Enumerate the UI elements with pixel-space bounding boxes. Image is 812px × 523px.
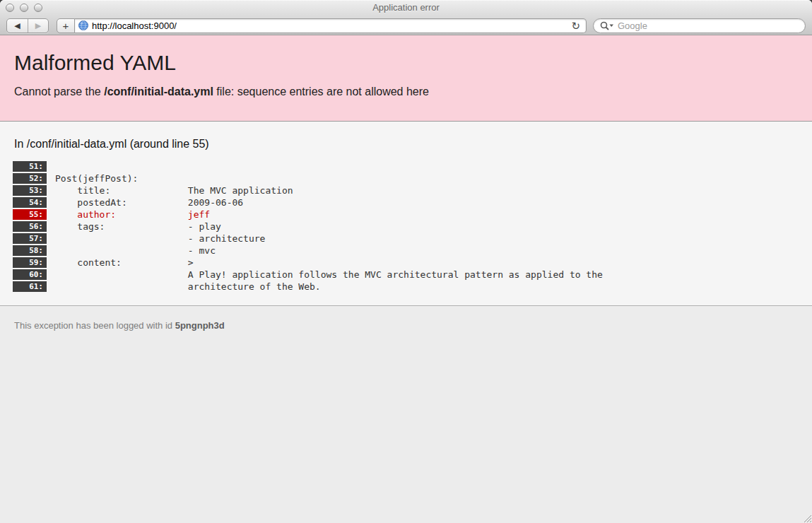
nav-buttons: ◀ ▶ (6, 18, 49, 33)
error-file-path: /conf/initial-data.yml (104, 86, 213, 98)
code-text: Post(jeffPost): (55, 173, 138, 184)
code-text: tags: - play (55, 221, 221, 232)
code-line: 61: architecture of the Web. (13, 281, 798, 293)
line-number: 52: (13, 173, 47, 184)
reload-icon: ↻ (571, 20, 580, 32)
code-block: 51: 52: Post(jeffPost): 53: title: The M… (13, 160, 798, 293)
code-line: 59: content: > (13, 257, 798, 269)
source-heading: In /conf/initial-data.yml (around line 5… (13, 138, 798, 151)
code-line: 51: (13, 160, 798, 172)
search-input[interactable] (618, 20, 798, 32)
address-field[interactable]: ↻ (75, 18, 587, 33)
code-text: A Play! application follows the MVC arch… (55, 269, 603, 280)
line-number: 51: (13, 161, 47, 172)
code-text: - mvc (55, 245, 216, 256)
log-footer: This exception has been logged with id 5… (0, 306, 812, 523)
url-input[interactable] (92, 19, 570, 32)
back-icon: ◀ (14, 21, 20, 30)
line-number: 61: (13, 281, 47, 292)
search-field[interactable] (593, 18, 806, 33)
code-line: 53: title: The MVC application (13, 184, 798, 196)
address-group: + ↻ (57, 18, 587, 33)
code-line: 60: A Play! application follows the MVC … (13, 269, 798, 281)
log-note: This exception has been logged with id (14, 320, 175, 331)
back-button[interactable]: ◀ (7, 19, 28, 33)
line-number: 53: (13, 185, 47, 196)
browser-window: Application error ◀ ▶ + (0, 0, 812, 523)
line-number: 59: (13, 257, 47, 268)
code-line: 56: tags: - play (13, 221, 798, 233)
code-line: 58: - mvc (13, 245, 798, 257)
reload-button[interactable]: ↻ (570, 20, 582, 31)
error-page: Malformed YAML Cannot parse the /conf/in… (0, 35, 812, 523)
forward-icon: ▶ (35, 21, 41, 30)
line-number: 55: (13, 209, 47, 220)
browser-chrome: Application error ◀ ▶ + (0, 0, 812, 35)
error-title: Malformed YAML (14, 51, 798, 75)
code-line: 52: Post(jeffPost): (13, 172, 798, 184)
source-section: In /conf/initial-data.yml (around line 5… (0, 122, 812, 306)
code-line: 54: postedAt: 2009-06-06 (13, 196, 798, 208)
code-line: 57: - architecture (13, 233, 798, 245)
code-text: author: jeff (55, 209, 210, 220)
line-number: 57: (13, 233, 47, 244)
globe-favicon-icon (78, 20, 88, 30)
titlebar[interactable]: Application error (0, 0, 812, 16)
code-text: architecture of the Web. (55, 281, 321, 292)
code-line: 55: author: jeff (13, 208, 798, 221)
code-text: title: The MVC application (55, 185, 293, 196)
forward-button[interactable]: ▶ (28, 19, 48, 33)
plus-icon: + (63, 20, 69, 32)
resize-grip-icon[interactable] (801, 512, 811, 522)
code-text: - architecture (55, 233, 265, 244)
window-title: Application error (0, 0, 812, 16)
code-text: content: > (55, 257, 194, 268)
toolbar: ◀ ▶ + (0, 16, 812, 35)
add-bookmark-button[interactable]: + (57, 18, 75, 33)
line-number: 54: (13, 197, 47, 208)
line-number: 56: (13, 221, 47, 232)
log-id: 5pngnph3d (175, 320, 225, 331)
error-banner: Malformed YAML Cannot parse the /conf/in… (0, 35, 812, 122)
search-magnifier-icon (600, 21, 614, 30)
error-message-suffix: file: sequence entries are not allowed h… (213, 86, 429, 98)
line-number: 58: (13, 245, 47, 256)
line-number: 60: (13, 269, 47, 280)
code-text: postedAt: 2009-06-06 (55, 197, 243, 208)
error-message-prefix: Cannot parse the (14, 86, 104, 98)
error-message: Cannot parse the /conf/initial-data.yml … (14, 86, 798, 98)
